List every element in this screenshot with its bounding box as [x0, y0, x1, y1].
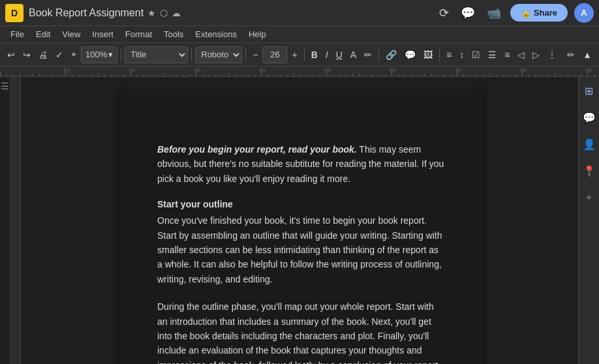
header-right: ⟳ 💬 📹 🔒 Share A: [437, 3, 594, 23]
doc-page: Before you begin your report, read your …: [118, 90, 484, 364]
cloud-icon[interactable]: ☁: [172, 8, 181, 18]
paragraph-1: Before you begin your report, read your …: [157, 142, 444, 186]
redo-button[interactable]: ↪: [20, 48, 34, 62]
checklist-button[interactable]: ☑: [468, 48, 484, 62]
menu-edit[interactable]: Edit: [31, 28, 55, 40]
menu-view[interactable]: View: [57, 28, 85, 40]
indent-increase-button[interactable]: ▷: [529, 48, 543, 62]
zoom-arrow: ▾: [108, 50, 113, 59]
menu-tools[interactable]: Tools: [159, 28, 189, 40]
right-location-icon[interactable]: 📍: [580, 162, 598, 180]
comment-button[interactable]: 💬: [401, 48, 419, 62]
paragraph-1-bold: Before you begin your report, read your …: [157, 144, 357, 155]
print-button[interactable]: 🖨: [35, 48, 51, 62]
decrease-font-button[interactable]: −: [249, 48, 261, 62]
ordered-list-button[interactable]: ≡: [501, 48, 513, 62]
font-color-button[interactable]: A: [347, 48, 360, 62]
indent-decrease-button[interactable]: ◁: [514, 48, 528, 62]
explore-icon[interactable]: ⊞: [582, 82, 596, 100]
ruler: [0, 67, 599, 77]
separator-3: [245, 48, 246, 61]
toolbar: ↩ ↪ 🖨 ✓ ⌖ 100% ▾ Title Heading 1 Normal …: [0, 43, 599, 67]
bold-button[interactable]: B: [308, 48, 321, 62]
app-icon: D: [5, 4, 23, 22]
paragraph-2: Once you've finished your book, it's tim…: [157, 213, 444, 286]
more-formats-button[interactable]: ⋮: [544, 48, 560, 62]
unordered-list-button[interactable]: ☰: [485, 48, 500, 62]
chat-icon[interactable]: 💬: [458, 3, 478, 23]
separator-4: [304, 48, 305, 61]
increase-font-button[interactable]: +: [288, 48, 300, 62]
undo-button[interactable]: ↩: [4, 48, 18, 62]
zoom-display[interactable]: 100% ▾: [81, 46, 117, 63]
separator-6: [439, 48, 440, 61]
history-icon[interactable]: ⟳: [437, 3, 452, 23]
style-select[interactable]: Title Heading 1 Normal text: [125, 46, 188, 63]
ruler-canvas: [0, 67, 599, 76]
line-spacing-button[interactable]: ↕: [456, 48, 467, 62]
doc-title: Book Report Assignment: [29, 7, 144, 19]
heading-start-outline: Start your outline: [157, 199, 444, 209]
separator-2: [191, 48, 192, 61]
separator-1: [121, 48, 121, 61]
menu-help[interactable]: Help: [243, 28, 271, 40]
highlight-button[interactable]: ✏: [361, 48, 375, 62]
spellcheck-button[interactable]: ✓: [52, 48, 67, 62]
vertical-ruler: [10, 77, 21, 364]
menu-insert[interactable]: Insert: [87, 28, 119, 40]
right-chat-icon[interactable]: 💬: [580, 109, 598, 127]
title-icons: ★ ⬡ ☁: [147, 8, 181, 18]
page-area[interactable]: Before you begin your report, read your …: [10, 77, 578, 364]
paragraph-3: During the outline phase, you'll map out…: [157, 299, 444, 364]
lock-icon: 🔒: [521, 8, 531, 18]
outline-icon[interactable]: ☰: [1, 81, 9, 91]
font-size-input[interactable]: [262, 46, 287, 63]
menu-file[interactable]: File: [5, 28, 29, 40]
main-layout: ☰ Before you begin your report, read you…: [0, 77, 599, 364]
align-button[interactable]: ≡: [443, 48, 455, 62]
share-label: Share: [534, 8, 557, 18]
left-sidebar: ☰: [0, 77, 10, 364]
separator-5: [378, 48, 379, 61]
right-sidebar: ⊞ 💬 👤 📍 +: [578, 77, 599, 364]
avatar[interactable]: A: [574, 3, 594, 23]
menu-format[interactable]: Format: [120, 28, 157, 40]
font-select[interactable]: Roboto Arial: [195, 46, 242, 63]
star-icon[interactable]: ★: [147, 8, 156, 18]
title-bar: D Book Report Assignment ★ ⬡ ☁ ⟳ 💬 📹 🔒 S…: [0, 0, 599, 26]
menu-extensions[interactable]: Extensions: [190, 28, 242, 40]
share-button[interactable]: 🔒 Share: [510, 4, 568, 22]
toolbar-expand-button[interactable]: ▲: [579, 48, 595, 62]
menu-bar: File Edit View Insert Format Tools Exten…: [0, 26, 599, 43]
right-add-icon[interactable]: +: [583, 189, 594, 206]
right-person-icon[interactable]: 👤: [580, 136, 598, 153]
video-icon[interactable]: 📹: [484, 3, 504, 23]
pen-tool-button[interactable]: ✏: [564, 48, 578, 62]
image-button[interactable]: 🖼: [420, 48, 436, 62]
link-button[interactable]: 🔗: [382, 48, 400, 62]
paint-format-button[interactable]: ⌖: [68, 47, 80, 62]
zoom-value: 100%: [85, 50, 107, 59]
underline-button[interactable]: U: [333, 48, 346, 62]
italic-button[interactable]: I: [322, 48, 331, 62]
drive-icon[interactable]: ⬡: [160, 8, 168, 18]
